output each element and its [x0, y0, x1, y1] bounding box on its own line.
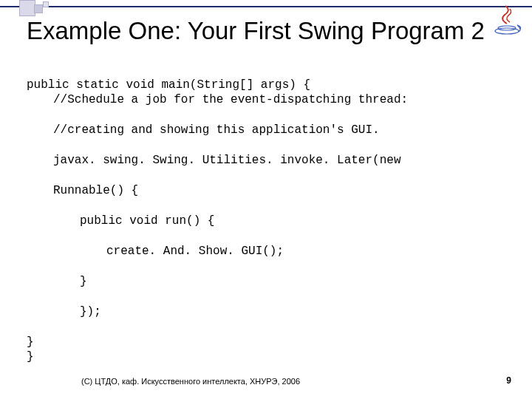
code-line: public static void main(String[] args) { [27, 78, 310, 92]
code-line: create. And. Show. GUI(); [27, 244, 514, 259]
code-block: public static void main(String[] args) {… [27, 62, 514, 380]
code-line: Runnable() { [27, 183, 514, 198]
code-line: //creating and showing this application'… [27, 123, 514, 137]
deco-square-icon [19, 0, 35, 16]
code-line: } [27, 274, 514, 289]
deco-square-icon [34, 4, 43, 13]
slide-title: Example One: Your First Swing Program 2 [27, 16, 514, 46]
footer-credit: (С) ЦТДО, каф. Искусственного интеллекта… [81, 377, 300, 386]
code-line: javax. swing. Swing. Utilities. invoke. … [27, 153, 514, 168]
horizontal-rule [0, 6, 532, 7]
deco-square-icon [43, 1, 49, 7]
code-line: } [27, 335, 34, 349]
code-line: } [27, 350, 34, 364]
page-number: 9 [506, 375, 511, 386]
code-line: }); [27, 304, 514, 319]
slide-content: Example One: Your First Swing Program 2 … [27, 16, 514, 380]
code-line: //Schedule a job for the event-dispatchi… [27, 92, 514, 107]
slide-top-decoration [0, 0, 532, 15]
code-line: public void run() { [27, 214, 514, 228]
